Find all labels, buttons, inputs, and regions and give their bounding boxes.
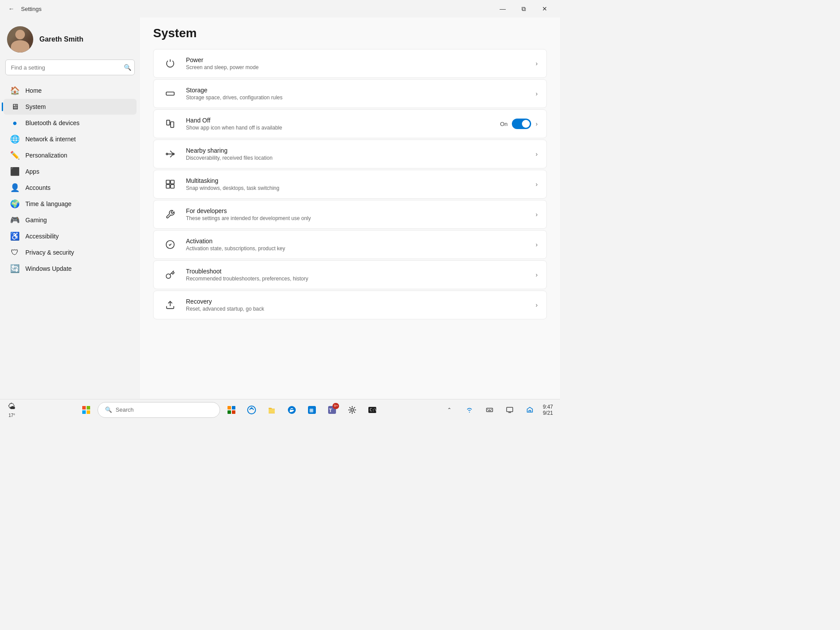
sidebar-item-update[interactable]: 🔄 Windows Update [4,261,136,276]
sidebar-item-system[interactable]: 🖥 System [4,99,136,115]
taskbar-app-edge[interactable] [283,401,301,419]
tray-network2[interactable] [521,401,539,419]
sidebar-item-accessibility[interactable]: ♿ Accessibility [4,228,136,244]
taskbar-app-terminal[interactable]: C:\>_ [364,401,381,419]
svg-rect-12 [82,406,86,410]
settings-item-storage[interactable]: Storage Storage space, drives, configura… [153,79,547,108]
taskbar-app-teams[interactable]: T 9+ [323,401,341,419]
bluetooth-icon: ● [10,119,19,127]
sidebar-item-network[interactable]: 🌐 Network & internet [4,131,136,147]
home-icon: 🏠 [10,86,19,95]
handoff-toggle-label: On [500,121,508,127]
maximize-button[interactable]: ⧉ [514,2,534,16]
sidebar-item-gaming[interactable]: 🎮 Gaming [4,212,136,228]
troubleshoot-desc: Recommended troubleshooters, preferences… [186,276,528,282]
sidebar-item-label: Home [25,87,42,94]
svg-rect-7 [171,180,174,184]
teams-badge: 9+ [332,403,339,409]
nav-list: 🏠 Home 🖥 System ● Bluetooth & devices 🌐 … [0,80,140,279]
window-controls: — ⧉ ✕ [493,2,555,16]
sidebar-item-privacy[interactable]: 🛡 Privacy & security [4,245,136,260]
privacy-icon: 🛡 [10,248,19,257]
taskbar-app-msstore[interactable] [243,401,260,419]
personalization-icon: ✏️ [10,151,19,160]
close-button[interactable]: ✕ [535,2,555,16]
settings-item-developers[interactable]: For developers These settings are intend… [153,200,547,229]
svg-rect-2 [167,120,170,125]
user-section[interactable]: Gareth Smith [0,18,140,60]
svg-rect-15 [87,410,90,414]
multitasking-chevron: › [536,181,538,188]
recovery-desc: Reset, advanced startup, go back [186,306,528,312]
svg-point-21 [251,407,252,409]
sidebar-item-label: Personalization [25,152,67,159]
taskbar-search[interactable]: 🔍 Search [98,402,220,418]
multitasking-right: › [536,181,538,188]
svg-rect-17 [232,406,235,410]
sidebar-item-label: Windows Update [25,265,72,272]
sidebar-item-label: Accounts [25,184,51,191]
sidebar-item-accounts[interactable]: 👤 Accounts [4,180,136,196]
sidebar-item-apps[interactable]: ⬛ Apps [4,164,136,179]
sidebar-item-time[interactable]: 🌍 Time & language [4,196,136,212]
tray-display[interactable] [501,401,518,419]
search-icon-button[interactable]: 🔍 [124,64,131,71]
window-title: Settings [21,6,42,12]
sidebar-item-bluetooth[interactable]: ● Bluetooth & devices [4,115,136,131]
multitasking-title: Multitasking [186,177,528,184]
storage-desc: Storage space, drives, configuration rul… [186,94,528,101]
settings-item-recovery[interactable]: Recovery Reset, advanced startup, go bac… [153,290,547,319]
storage-title: Storage [186,87,528,94]
svg-rect-0 [166,92,174,95]
sidebar-item-home[interactable]: 🏠 Home [4,83,136,98]
minimize-button[interactable]: — [493,2,513,16]
storage-right: › [536,90,538,97]
sidebar-item-label: Apps [25,168,39,175]
activation-text: Activation Activation state, subscriptio… [186,238,528,252]
taskbar-app-settings[interactable] [343,401,361,419]
developers-text: For developers These settings are intend… [186,207,528,221]
back-button[interactable]: ← [5,3,18,15]
settings-item-nearby[interactable]: Nearby sharing Discoverability, received… [153,140,547,168]
weather-temp: 17° [8,413,15,418]
handoff-title: Hand Off [186,117,492,124]
taskbar-search-label: Search [116,406,133,413]
taskbar: 🌤 17° 🔍 Search [0,399,560,420]
sidebar-item-personalization[interactable]: ✏️ Personalization [4,147,136,163]
avatar-image [7,26,33,52]
search-input[interactable] [5,60,135,75]
accounts-icon: 👤 [10,183,19,192]
sidebar-item-label: Bluetooth & devices [25,119,80,126]
tray-chevron[interactable]: ⌃ [441,401,458,419]
developers-title: For developers [186,207,528,214]
power-desc: Screen and sleep, power mode [186,64,528,70]
taskbar-app-msstore2[interactable]: ⊞ [303,401,321,419]
tray-wifi[interactable] [461,401,478,419]
power-icon [162,56,178,71]
network-icon: 🌐 [10,135,19,144]
svg-rect-18 [228,410,231,414]
svg-rect-13 [87,406,90,410]
settings-item-handoff[interactable]: Hand Off Show app icon when hand off is … [153,109,547,138]
accessibility-icon: ♿ [10,232,19,241]
settings-item-troubleshoot[interactable]: Troubleshoot Recommended troubleshooters… [153,260,547,289]
weather-widget[interactable]: 🌤 17° [5,401,18,419]
settings-item-activation[interactable]: Activation Activation state, subscriptio… [153,230,547,259]
avatar [7,26,33,52]
settings-item-multitasking[interactable]: Multitasking Snap windows, desktops, tas… [153,170,547,199]
settings-item-power[interactable]: Power Screen and sleep, power mode › [153,49,547,78]
recovery-chevron: › [536,301,538,308]
activation-title: Activation [186,238,528,245]
weather-icon: 🌤 [8,402,16,411]
titlebar: ← Settings — ⧉ ✕ [0,0,560,18]
sidebar-item-label: Time & language [25,200,71,207]
settings-list: Power Screen and sleep, power mode › Sto… [153,49,547,319]
taskbar-app-files[interactable] [263,401,280,419]
tray-keyboard[interactable] [481,401,498,419]
apps-icon: ⬛ [10,167,19,176]
start-button[interactable] [77,401,95,419]
clock[interactable]: 9:47 9/21 [541,404,555,416]
svg-text:T: T [329,408,332,413]
taskbar-app-widget[interactable] [223,401,240,419]
handoff-toggle[interactable] [512,119,531,129]
